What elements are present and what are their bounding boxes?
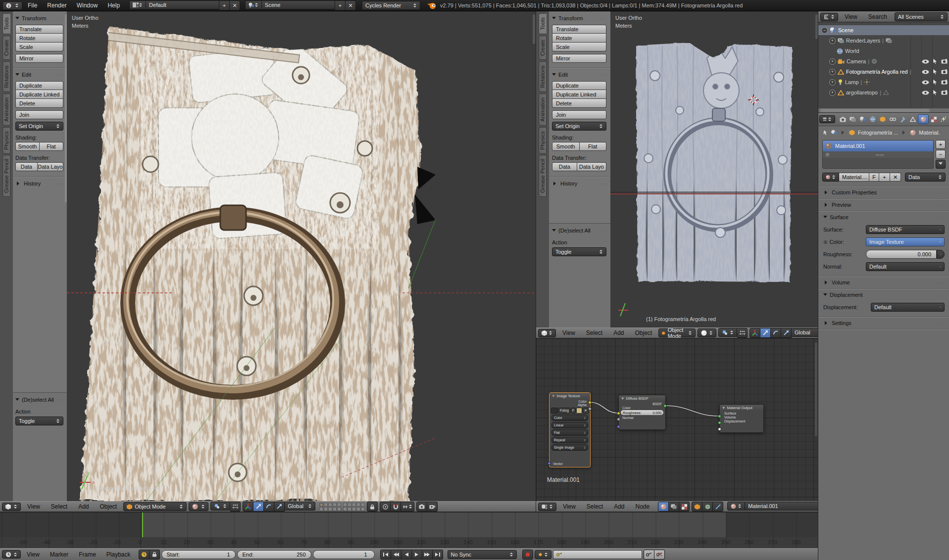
manipulator-scale-button[interactable] [274, 502, 285, 512]
mode-select[interactable]: Object Mode [123, 502, 187, 511]
layers-widget[interactable] [319, 503, 365, 511]
viewport-main[interactable]: xy User Ortho Meters (1) Fotogrametría A… [67, 11, 536, 501]
tab-animation[interactable]: Animation [2, 93, 10, 126]
selectability-cursor-icon[interactable] [933, 90, 938, 95]
collapse-icon[interactable]: − [821, 27, 828, 34]
timeline-tick[interactable]: -50 [19, 539, 27, 545]
timeline-tick[interactable]: 170 [534, 539, 543, 545]
node-editor-scrollbar[interactable] [815, 342, 817, 436]
panel-transform-header[interactable]: Transform:::: [15, 15, 63, 21]
timeline-track[interactable] [0, 513, 818, 537]
timeline-tick[interactable]: 50 [254, 539, 260, 545]
duplicate-button[interactable]: Duplicate [15, 81, 63, 90]
editor-type-node-button[interactable] [538, 503, 556, 511]
tab-physics[interactable]: Physics [2, 127, 10, 154]
outliner-row-fotogrametria[interactable]: + Fotogrametría Argolla red| [818, 67, 949, 77]
delete-button[interactable]: Delete [15, 99, 63, 108]
timeline-tick[interactable]: 150 [487, 539, 496, 545]
outliner-row-camera[interactable]: + Camera| [818, 56, 949, 66]
lock-range-toggle[interactable] [150, 550, 160, 560]
screen-layout-field[interactable]: Default [146, 0, 219, 9]
timeline-tick[interactable]: -20 [89, 539, 97, 545]
set-origin-dropdown[interactable]: Set Origin [552, 122, 606, 131]
delete-button[interactable]: Delete [552, 99, 606, 108]
timeline-tick[interactable]: -10 [113, 539, 121, 545]
timeline-tick[interactable]: 280 [792, 539, 800, 545]
menu-frame[interactable]: Frame [74, 551, 100, 558]
material-browse-button[interactable] [727, 502, 745, 511]
mirror-button[interactable]: Mirror [552, 54, 606, 63]
renderability-camera-icon[interactable] [941, 80, 948, 85]
menu-marker[interactable]: Marker [46, 551, 73, 558]
menu-search[interactable]: Search [864, 13, 892, 20]
decorator-dot[interactable]: ◦ [940, 239, 941, 244]
outliner-row-lamp[interactable]: + Lamp| [818, 77, 949, 87]
expand-icon[interactable]: + [829, 69, 836, 75]
panel-redo-header[interactable]: (De)select All:::: [15, 397, 63, 403]
panel-surface[interactable]: Surface:::: [818, 211, 949, 223]
breadcrumb-material[interactable]: Material. [919, 130, 940, 136]
data-button[interactable]: Data [552, 162, 577, 171]
displacement-input-select[interactable]: Default◦ [871, 303, 945, 312]
snap-element-select[interactable] [401, 502, 414, 512]
extension-select[interactable]: Repeat↕ [551, 437, 588, 443]
selectability-cursor-icon[interactable] [933, 69, 938, 75]
timeline-tick[interactable]: 220 [651, 539, 660, 545]
pivot-select[interactable] [718, 328, 737, 337]
menu-add[interactable]: Add [74, 503, 93, 510]
panel-grip[interactable]: :::: [57, 182, 63, 186]
timeline-tick[interactable]: 20 [184, 539, 190, 545]
start-frame-field[interactable]: Start:1 [161, 550, 236, 559]
add-scene-button[interactable]: + [335, 0, 346, 10]
expand-icon[interactable]: + [829, 58, 836, 65]
outliner-row-renderlayers[interactable]: + RenderLayers| [818, 36, 949, 46]
transform-orientation-select[interactable]: Global [792, 328, 821, 337]
manipulator-rotate-button[interactable] [771, 328, 781, 338]
timeline-tick[interactable]: 140 [463, 539, 472, 545]
manipulate-center-points-toggle[interactable] [737, 328, 748, 338]
shade-flat-button[interactable]: Flat [580, 142, 607, 151]
timeline-tick[interactable]: 80 [324, 539, 330, 545]
add-material-slot-button[interactable]: + [936, 140, 946, 149]
menu-object[interactable]: Object [631, 329, 657, 336]
material-specials-button[interactable] [936, 160, 946, 169]
node-editor[interactable]: ▼Image Texture Color Alpha Fotog F ✕ Col… [536, 338, 818, 501]
editor-type-properties-button[interactable] [819, 115, 835, 123]
compositing-tree-type-button[interactable] [669, 502, 679, 512]
timeline-tick[interactable]: 240 [698, 539, 706, 545]
breadcrumb-object[interactable]: Fotogrametría ... [858, 130, 898, 136]
tab-relations[interactable]: Relations [539, 61, 547, 92]
material-browse-button[interactable] [822, 173, 839, 182]
translate-button[interactable]: Translate [15, 25, 63, 34]
scene-icon-button[interactable] [245, 0, 262, 9]
add-slot-mini-icon[interactable]: ⊕ [825, 152, 829, 157]
renderability-camera-icon[interactable] [941, 69, 948, 74]
panel-grip[interactable]: :::: [938, 215, 945, 220]
timeline-tick[interactable]: -30 [66, 539, 74, 545]
shade-smooth-button[interactable]: Smooth [552, 142, 580, 151]
use-preview-range-toggle[interactable] [139, 550, 150, 560]
tab-physics[interactable]: Physics [539, 127, 547, 154]
roughness-slider[interactable]: Roughness:0.000 [621, 410, 663, 415]
duplicate-linked-button[interactable]: Duplicate Linked [552, 90, 606, 99]
scene-field[interactable]: Scene [262, 0, 335, 9]
menu-view[interactable]: View [558, 503, 580, 510]
decorator-dot[interactable]: ◦ [940, 264, 941, 269]
timeline-tick[interactable]: 130 [440, 539, 449, 545]
manipulator-axis-icon[interactable] [749, 328, 760, 338]
timeline-tick[interactable]: 160 [510, 539, 519, 545]
source-select[interactable]: Single Image↕ [551, 444, 588, 451]
shade-flat-button[interactable]: Flat [40, 142, 63, 151]
timeline-tick[interactable]: -40 [43, 539, 50, 545]
outliner-display-select[interactable]: All Scenes [895, 12, 948, 21]
panel-edit-header[interactable]: Edit:::: [15, 72, 63, 78]
delete-layout-button[interactable]: ✕ [230, 0, 240, 10]
timeline-tick[interactable]: 270 [768, 539, 777, 545]
new-image-icon[interactable] [576, 408, 582, 414]
outliner-row-argollaretopo[interactable]: + argollaretopo| [818, 88, 949, 97]
socket-alpha-out[interactable] [588, 407, 592, 411]
socket-surface-in[interactable] [718, 415, 721, 418]
tab-modifiers[interactable] [898, 115, 907, 124]
visibility-eye-icon[interactable] [922, 59, 929, 64]
jump-to-end-button[interactable] [433, 550, 443, 560]
